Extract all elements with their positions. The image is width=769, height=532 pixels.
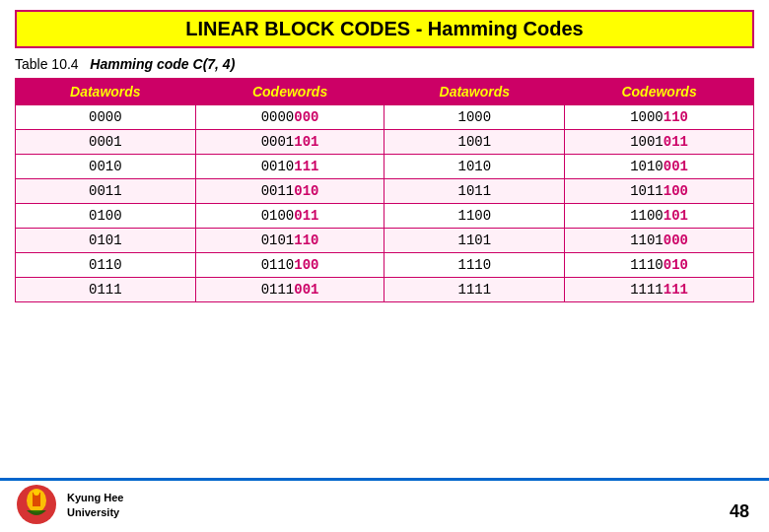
codeword-2: 1111111	[565, 278, 754, 302]
codeword-2: 1001011	[565, 130, 754, 155]
dataword-2: 1111	[384, 278, 565, 302]
codeword-2: 1011100	[565, 179, 754, 204]
codeword-2: 1010001	[565, 155, 754, 179]
table-row: 0001000110110011001011	[16, 130, 754, 155]
table-row: 0101010111011011101000	[16, 229, 754, 253]
codeword-1: 0101110	[195, 229, 384, 253]
footer: Kyung Hee University	[0, 478, 769, 532]
dataword-2: 1001	[384, 130, 565, 155]
table-caption: Hamming code C(7, 4)	[90, 56, 235, 72]
codeword-1: 0010111	[195, 155, 384, 179]
dataword-1: 0000	[16, 105, 196, 130]
dataword-2: 1000	[384, 105, 565, 130]
page-number: 48	[730, 501, 749, 522]
university-logo	[15, 483, 59, 527]
dataword-1: 0111	[16, 278, 196, 302]
codeword-1: 0011010	[195, 179, 384, 204]
col-header-dw2: Datawords	[384, 79, 565, 105]
dataword-1: 0010	[16, 155, 196, 179]
university-name: Kyung Hee University	[67, 491, 123, 519]
dataword-1: 0101	[16, 229, 196, 253]
dataword-1: 0011	[16, 179, 196, 204]
dataword-1: 0100	[16, 204, 196, 229]
table-number: Table 10.4	[15, 56, 79, 72]
codeword-1: 0100011	[195, 204, 384, 229]
table-row: 0011001101010111011100	[16, 179, 754, 204]
codeword-2: 1101000	[565, 229, 754, 253]
dataword-2: 1110	[384, 253, 565, 278]
hamming-table: Datawords Codewords Datawords Codewords …	[15, 78, 754, 302]
codeword-2: 1100101	[565, 204, 754, 229]
table-label: Table 10.4 Hamming code C(7, 4)	[15, 56, 754, 72]
table-row: 0010001011110101010001	[16, 155, 754, 179]
dataword-2: 1101	[384, 229, 565, 253]
codeword-1: 0110100	[195, 253, 384, 278]
codeword-1: 0111001	[195, 278, 384, 302]
col-header-cw1: Codewords	[195, 79, 384, 105]
table-row: 0100010001111001100101	[16, 204, 754, 229]
svg-point-3	[34, 490, 39, 496]
table-row: 0111011100111111111111	[16, 278, 754, 302]
codeword-1: 0001101	[195, 130, 384, 155]
dataword-2: 1100	[384, 204, 565, 229]
dataword-1: 0001	[16, 130, 196, 155]
col-header-cw2: Codewords	[565, 79, 754, 105]
col-header-dw1: Datawords	[16, 79, 196, 105]
dataword-2: 1011	[384, 179, 565, 204]
dataword-1: 0110	[16, 253, 196, 278]
table-row: 0110011010011101110010	[16, 253, 754, 278]
codeword-2: 1110010	[565, 253, 754, 278]
title-bar: LINEAR BLOCK CODES - Hamming Codes	[15, 10, 754, 48]
table-row: 0000000000010001000110	[16, 105, 754, 130]
codeword-2: 1000110	[565, 105, 754, 130]
page-title: LINEAR BLOCK CODES - Hamming Codes	[27, 18, 742, 40]
dataword-2: 1010	[384, 155, 565, 179]
codeword-1: 0000000	[195, 105, 384, 130]
